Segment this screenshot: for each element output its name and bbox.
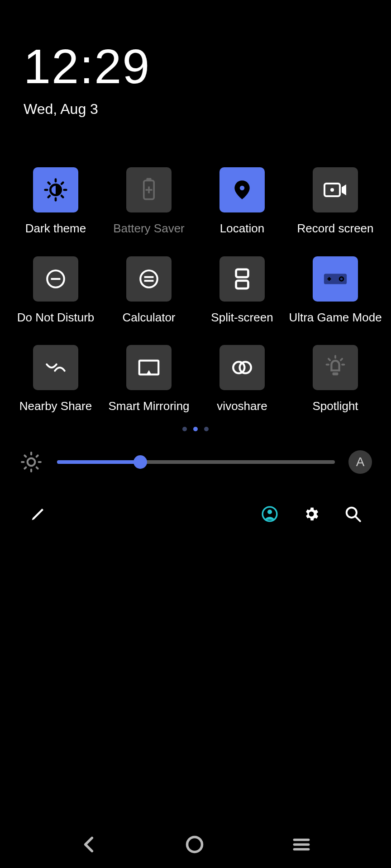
quick-settings-actions xyxy=(0,505,391,523)
search-button[interactable] xyxy=(335,505,371,523)
svg-point-46 xyxy=(267,509,272,514)
svg-line-6 xyxy=(62,196,63,197)
calculator-icon xyxy=(126,256,172,302)
record-screen-icon xyxy=(313,167,358,212)
nearby-share-icon xyxy=(33,345,78,390)
svg-line-42 xyxy=(37,467,38,469)
svg-rect-22 xyxy=(236,280,248,288)
header: 12:29 Wed, Aug 3 xyxy=(0,0,391,118)
search-icon xyxy=(344,505,362,523)
navigation-bar xyxy=(0,821,391,868)
page-dot xyxy=(204,427,209,431)
tile-do-not-disturb[interactable]: Do Not Disturb xyxy=(9,256,102,325)
tile-vivoshare[interactable]: vivoshare xyxy=(196,345,289,413)
tile-label: Spotlight xyxy=(312,399,358,413)
tile-smart-mirroring[interactable]: Smart Mirroring xyxy=(102,345,196,413)
svg-rect-21 xyxy=(236,269,248,277)
tile-label: Dark theme xyxy=(25,222,86,236)
pencil-icon xyxy=(30,506,46,522)
svg-rect-10 xyxy=(146,178,151,181)
tile-nearby-share[interactable]: Nearby Share xyxy=(9,345,102,413)
clock-date: Wed, Aug 3 xyxy=(24,101,367,118)
page-indicator xyxy=(0,427,391,431)
game-controller-icon xyxy=(313,256,358,302)
svg-line-31 xyxy=(329,359,330,360)
tile-label: Record screen xyxy=(297,222,373,236)
clock-time: 12:29 xyxy=(24,41,367,92)
slider-thumb[interactable] xyxy=(134,455,147,469)
svg-rect-35 xyxy=(333,373,339,375)
user-circle-icon xyxy=(261,505,278,523)
tile-label: Nearby Share xyxy=(19,399,92,413)
page-dot-active xyxy=(193,427,198,431)
tile-label: Calculator xyxy=(122,311,175,325)
svg-line-7 xyxy=(48,196,50,197)
tile-spotlight[interactable]: Spotlight xyxy=(289,345,382,413)
svg-point-47 xyxy=(347,508,357,518)
battery-saver-icon xyxy=(126,167,172,212)
slider-fill xyxy=(57,460,140,464)
svg-line-32 xyxy=(341,359,342,360)
vivoshare-icon xyxy=(219,345,265,390)
tile-calculator[interactable]: Calculator xyxy=(102,256,196,325)
split-screen-icon xyxy=(219,256,265,302)
settings-button[interactable] xyxy=(293,505,329,523)
cast-icon xyxy=(126,345,172,390)
svg-line-48 xyxy=(356,517,360,521)
dnd-icon xyxy=(33,256,78,302)
auto-brightness-button[interactable]: A xyxy=(348,450,372,474)
tile-ultra-game-mode[interactable]: Ultra Game Mode xyxy=(289,256,382,325)
nav-recents-button[interactable] xyxy=(292,836,311,853)
svg-point-36 xyxy=(28,458,35,466)
tile-record-screen[interactable]: Record screen xyxy=(289,167,382,236)
tile-label: Battery Saver xyxy=(113,222,185,236)
svg-point-49 xyxy=(187,837,202,852)
svg-point-15 xyxy=(330,188,334,192)
page-dot xyxy=(182,427,187,431)
menu-icon xyxy=(292,836,311,853)
tile-label: Ultra Game Mode xyxy=(289,311,381,325)
location-icon xyxy=(219,167,265,212)
tile-label: Smart Mirroring xyxy=(108,399,189,413)
quick-settings-grid: Dark theme Battery Saver Location xyxy=(0,167,391,413)
chevron-left-icon xyxy=(80,835,97,854)
svg-line-41 xyxy=(24,455,26,457)
gear-icon xyxy=(303,505,320,523)
tile-label: Location xyxy=(220,222,264,236)
svg-point-18 xyxy=(140,270,157,288)
svg-line-44 xyxy=(37,455,38,457)
svg-line-8 xyxy=(62,183,63,184)
edit-button[interactable] xyxy=(20,506,56,522)
nav-home-button[interactable] xyxy=(185,835,205,854)
tile-label: Do Not Disturb xyxy=(17,311,95,325)
brightness-icon xyxy=(19,451,43,473)
tile-battery-saver[interactable]: Battery Saver xyxy=(102,167,196,236)
tile-label: vivoshare xyxy=(217,399,267,413)
spotlight-icon xyxy=(313,345,358,390)
nav-back-button[interactable] xyxy=(80,835,97,854)
circle-icon xyxy=(185,835,205,854)
svg-line-5 xyxy=(48,183,50,184)
dark-theme-icon xyxy=(33,167,78,212)
tile-dark-theme[interactable]: Dark theme xyxy=(9,167,102,236)
svg-line-43 xyxy=(24,467,26,469)
brightness-control: A xyxy=(0,450,391,474)
tile-label: Split-screen xyxy=(211,311,273,325)
profile-button[interactable] xyxy=(252,505,288,523)
svg-point-13 xyxy=(240,186,244,190)
tile-location[interactable]: Location xyxy=(196,167,289,236)
brightness-slider[interactable] xyxy=(57,460,335,464)
tile-split-screen[interactable]: Split-screen xyxy=(196,256,289,325)
